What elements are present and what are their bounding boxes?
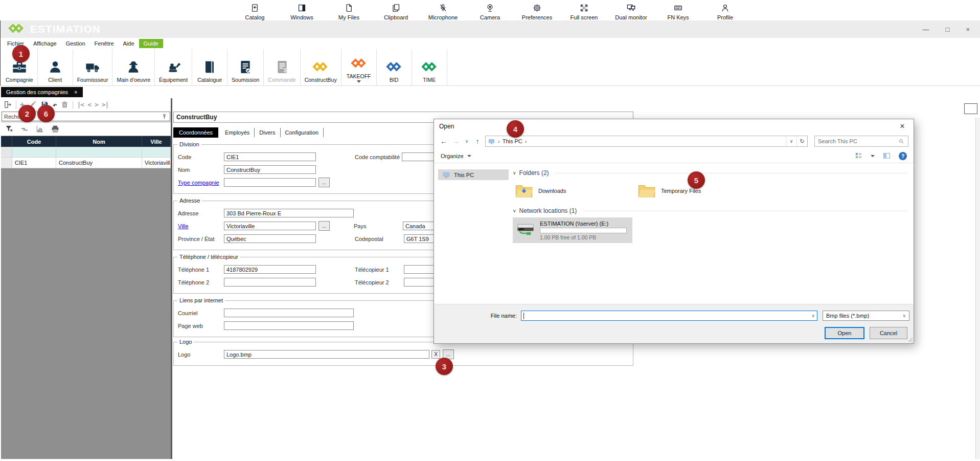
tab-configuration[interactable]: Configuration — [281, 128, 324, 137]
sys-item-preferences[interactable]: Preferences — [519, 3, 556, 20]
help-icon[interactable]: ? — [899, 152, 907, 160]
ribbon-constructbuy[interactable]: ConstructBuy — [301, 49, 341, 85]
code-field[interactable]: CIE1 — [224, 152, 316, 161]
tab-coordonnees[interactable]: Coordonnées — [173, 127, 218, 138]
collapse-chevron-icon[interactable]: ∨ — [513, 170, 516, 175]
menu-gestion[interactable]: Gestion — [61, 39, 90, 48]
address-bar[interactable]: › This PC › ∨ ↻ — [485, 136, 808, 147]
open-button[interactable]: Open — [825, 327, 864, 339]
nav-last-button[interactable]: >| — [102, 101, 109, 108]
breadcrumb-this-pc[interactable]: This PC — [503, 138, 522, 144]
network-drive-estimation[interactable]: ESTIMATION (\\server) (E:) 1.00 PB free … — [513, 217, 632, 243]
type-compagnie-browse-button[interactable]: ... — [318, 178, 330, 187]
dialog-title-bar[interactable]: Open × — [434, 119, 914, 134]
ribbon-catalogue[interactable]: Catalogue — [192, 49, 227, 85]
sys-item-my-files[interactable]: My Files — [331, 3, 368, 20]
view-mode-icon[interactable] — [854, 151, 863, 160]
exit-icon[interactable] — [4, 100, 12, 109]
refresh-icon[interactable]: ↻ — [796, 136, 807, 146]
floating-mini-window[interactable] — [964, 103, 977, 114]
table-row[interactable]: CIE1 ConstructBuy Victoriaville — [1, 158, 171, 168]
ribbon-fournisseur[interactable]: Fournissseur — [73, 49, 113, 85]
folder-downloads[interactable]: Downloads — [513, 180, 635, 202]
header-nom[interactable]: Nom — [56, 136, 142, 147]
ribbon-main-doeuvre[interactable]: Main d'oeuvre — [112, 49, 155, 85]
adresse-field[interactable]: 303 Bd Pierre-Roux E — [224, 209, 354, 217]
filter-clear-icon[interactable] — [5, 124, 14, 134]
recent-locations-icon[interactable]: ∨ — [464, 139, 470, 144]
ville-field[interactable]: Victoriaville — [224, 222, 316, 230]
tab-close-icon[interactable]: × — [74, 89, 77, 95]
logo-field[interactable]: Logo.bmp — [224, 350, 429, 359]
telephone2-field[interactable] — [224, 278, 316, 287]
sys-item-full-screen[interactable]: Full screen — [566, 3, 603, 20]
nom-field[interactable]: ConstructBuy — [224, 165, 316, 174]
ribbon-bid[interactable]: BID — [377, 49, 412, 85]
pageweb-field[interactable] — [224, 321, 354, 330]
up-icon[interactable]: ↑ — [473, 137, 482, 145]
network-group-header[interactable]: ∨ Network locations (1) — [513, 206, 907, 215]
menu-aide[interactable]: Aide — [119, 39, 139, 48]
delete-trash-icon[interactable] — [60, 100, 69, 109]
sys-item-fn-keys[interactable]: FN Keys — [660, 3, 697, 20]
type-compagnie-field[interactable] — [224, 178, 316, 187]
menu-affichage[interactable]: Affichage — [29, 39, 61, 48]
resize-grip[interactable] — [907, 337, 913, 342]
filter-code[interactable] — [12, 147, 56, 157]
sys-item-camera[interactable]: Camera — [472, 3, 509, 20]
menu-guide[interactable]: Guide — [139, 39, 163, 48]
cancel-button[interactable]: Cancel — [870, 327, 907, 339]
address-dropdown-icon[interactable]: ∨ — [786, 136, 796, 146]
header-code[interactable]: Code — [12, 136, 56, 147]
file-type-select[interactable]: Bmp files (*.bmp) ∨ — [823, 311, 909, 321]
ribbon-soumission[interactable]: Soumission — [227, 49, 264, 85]
maximize-button[interactable]: □ — [946, 26, 950, 33]
dialog-close-icon[interactable]: × — [891, 119, 914, 134]
print-icon[interactable] — [51, 124, 60, 134]
vertical-scrollbar[interactable] — [975, 118, 980, 459]
close-button[interactable]: × — [966, 26, 970, 33]
file-name-input[interactable]: ∨ — [521, 311, 817, 321]
ribbon-equipement[interactable]: Équipement — [155, 49, 192, 85]
pin-icon[interactable] — [161, 113, 168, 120]
takeoff-dropdown-icon[interactable] — [357, 80, 361, 83]
tab-divers[interactable]: Divers — [255, 128, 280, 137]
nav-previous-button[interactable]: < — [87, 101, 91, 108]
sys-item-clipboard[interactable]: Clipboard — [378, 3, 415, 20]
logo-clear-button[interactable]: X — [431, 350, 440, 359]
menu-fenetre[interactable]: Fenêtre — [90, 39, 119, 48]
summary-rows-icon[interactable] — [20, 124, 29, 134]
province-field[interactable]: Québec — [224, 234, 316, 243]
chart-icon[interactable] — [35, 124, 44, 134]
sys-item-dual-monitor[interactable]: Dual monitor — [613, 3, 650, 20]
back-icon[interactable]: ← — [439, 137, 448, 145]
ville-browse-button[interactable]: ... — [318, 221, 330, 231]
nav-next-button[interactable]: > — [95, 101, 98, 108]
undo-icon[interactable]: ↶ — [53, 101, 57, 109]
courriel-field[interactable] — [224, 309, 354, 317]
sys-item-profile[interactable]: Profile — [707, 3, 744, 20]
preview-pane-icon[interactable] — [882, 151, 891, 160]
tab-employes[interactable]: Employés — [220, 128, 255, 137]
minimize-button[interactable]: — — [923, 26, 929, 33]
forward-icon[interactable]: → — [451, 137, 461, 145]
sys-item-catalog[interactable]: Catalog — [237, 3, 274, 20]
panel-splitter[interactable] — [171, 98, 172, 459]
header-ville[interactable]: Ville — [142, 136, 171, 147]
ribbon-time[interactable]: TIME — [412, 49, 447, 85]
filter-nom[interactable] — [56, 147, 142, 157]
filter-ville[interactable] — [142, 147, 171, 157]
telephone1-field[interactable]: 4187802929 — [224, 265, 316, 274]
tab-gestion-des-compagnies[interactable]: Gestion des compagnies × — [1, 87, 83, 97]
folders-group-header[interactable]: ∨ Folders (2) — [513, 168, 907, 178]
type-compagnie-link[interactable]: Type compagnie — [178, 180, 224, 186]
dialog-search-input[interactable]: Search This PC — [814, 136, 908, 147]
nav-this-pc[interactable]: This PC — [438, 169, 509, 180]
ribbon-client[interactable]: Client — [38, 49, 73, 85]
ville-link[interactable]: Ville — [178, 223, 224, 229]
collapse-chevron-icon[interactable]: ∨ — [513, 208, 516, 213]
ribbon-takeoff[interactable]: TAKEOFF — [341, 49, 377, 85]
nav-first-button[interactable]: |< — [77, 101, 84, 108]
sys-item-microphone[interactable]: Microphone — [425, 3, 462, 20]
file-name-dropdown-icon[interactable]: ∨ — [811, 313, 815, 318]
